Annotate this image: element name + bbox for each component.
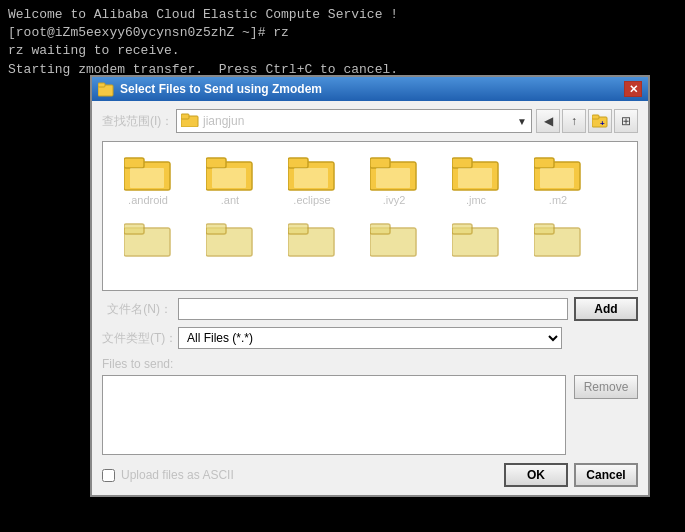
list-item[interactable] xyxy=(355,214,433,264)
svg-rect-24 xyxy=(540,168,574,188)
svg-rect-15 xyxy=(294,168,328,188)
folder-icon xyxy=(452,152,500,192)
list-item[interactable]: .m2 xyxy=(519,148,597,210)
file-browser[interactable]: .android .ant xyxy=(102,141,638,291)
upload-ascii-checkbox[interactable] xyxy=(102,469,115,482)
files-to-send-section: Files to send: Remove xyxy=(102,357,638,455)
nav-view-button[interactable]: ⊞ xyxy=(614,109,638,133)
svg-rect-26 xyxy=(124,224,144,234)
location-dropdown-arrow: ▼ xyxy=(517,116,527,127)
filetype-row: 文件类型(T)： All Files (*.*) xyxy=(102,327,638,349)
remove-button[interactable]: Remove xyxy=(574,375,638,399)
files-to-send-label: Files to send: xyxy=(102,357,638,371)
svg-rect-3 xyxy=(181,114,189,119)
svg-rect-21 xyxy=(458,168,492,188)
location-dropdown[interactable]: jiangjun ▼ xyxy=(176,109,532,133)
nav-up-button[interactable]: ↑ xyxy=(562,109,586,133)
ok-button[interactable]: OK xyxy=(504,463,568,487)
file-name: .eclipse xyxy=(293,194,330,206)
folder-icon xyxy=(452,218,500,258)
bottom-bar: Upload files as ASCII OK Cancel xyxy=(102,463,638,487)
bottom-buttons: OK Cancel xyxy=(504,463,638,487)
list-item[interactable] xyxy=(273,214,351,264)
svg-rect-17 xyxy=(370,158,390,168)
file-name: .ant xyxy=(221,194,239,206)
list-item[interactable]: .eclipse xyxy=(273,148,351,210)
folder-icon xyxy=(206,218,254,258)
svg-rect-9 xyxy=(130,168,164,188)
list-item[interactable] xyxy=(191,214,269,264)
filetype-label: 文件类型(T)： xyxy=(102,330,172,347)
svg-rect-23 xyxy=(534,158,554,168)
files-list-box[interactable] xyxy=(102,375,566,455)
list-item[interactable] xyxy=(109,214,187,264)
terminal-line-1: Welcome to Alibaba Cloud Elastic Compute… xyxy=(8,6,677,24)
file-name: .ivy2 xyxy=(383,194,406,206)
list-item[interactable]: .android xyxy=(109,148,187,210)
filetype-select[interactable]: All Files (*.*) xyxy=(178,327,562,349)
svg-rect-5 xyxy=(592,115,599,119)
filetype-select-wrapper: All Files (*.*) xyxy=(178,327,562,349)
svg-rect-28 xyxy=(206,224,226,234)
filename-label: 文件名(N)： xyxy=(102,301,172,318)
folder-icon xyxy=(534,152,582,192)
list-item[interactable] xyxy=(519,214,597,264)
upload-ascii-label[interactable]: Upload files as ASCII xyxy=(121,468,234,482)
svg-rect-18 xyxy=(376,168,410,188)
location-label: 查找范围(I)： xyxy=(102,113,172,130)
file-name: .m2 xyxy=(549,194,567,206)
folder-icon xyxy=(370,218,418,258)
folder-icon xyxy=(370,152,418,192)
svg-rect-14 xyxy=(288,158,308,168)
location-folder-icon xyxy=(181,113,199,130)
folder-icon xyxy=(124,152,172,192)
dialog-content: 查找范围(I)： jiangjun ▼ ◀ ↑ xyxy=(92,101,648,495)
folder-icon xyxy=(124,218,172,258)
close-button[interactable]: ✕ xyxy=(624,81,642,97)
nav-buttons: ◀ ↑ + ⊞ xyxy=(536,109,638,133)
files-side-buttons: Remove xyxy=(574,375,638,455)
filename-input[interactable] xyxy=(178,298,568,320)
list-item[interactable]: .jmc xyxy=(437,148,515,210)
list-item[interactable]: .ant xyxy=(191,148,269,210)
files-area-row: Remove xyxy=(102,375,638,455)
nav-back-button[interactable]: ◀ xyxy=(536,109,560,133)
svg-rect-1 xyxy=(98,83,105,87)
file-name: .android xyxy=(128,194,168,206)
title-bar-left: Select Files to Send using Zmodem xyxy=(98,81,322,97)
list-item[interactable]: .ivy2 xyxy=(355,148,433,210)
add-button[interactable]: Add xyxy=(574,297,638,321)
svg-rect-11 xyxy=(206,158,226,168)
svg-text:+: + xyxy=(600,119,605,128)
dialog-title-icon xyxy=(98,81,114,97)
dialog-title-text: Select Files to Send using Zmodem xyxy=(120,82,322,96)
folder-icon xyxy=(288,218,336,258)
terminal-line-4: rz waiting to receive. xyxy=(8,42,677,60)
folder-icon xyxy=(288,152,336,192)
filename-row: 文件名(N)： Add xyxy=(102,297,638,321)
location-bar: 查找范围(I)： jiangjun ▼ ◀ ↑ xyxy=(102,109,638,133)
dialog-title-bar: Select Files to Send using Zmodem ✕ xyxy=(92,77,648,101)
folder-icon xyxy=(206,152,254,192)
list-item[interactable] xyxy=(437,214,515,264)
folder-icon xyxy=(534,218,582,258)
cancel-button[interactable]: Cancel xyxy=(574,463,638,487)
terminal-line-3: [root@iZm5eexyy60ycynsn0z5zhZ ~]# rz xyxy=(8,24,677,42)
svg-rect-34 xyxy=(452,224,472,234)
location-value: jiangjun xyxy=(203,114,513,128)
zmodem-dialog: Select Files to Send using Zmodem ✕ 查找范围… xyxy=(90,75,650,497)
svg-rect-12 xyxy=(212,168,246,188)
svg-rect-8 xyxy=(124,158,144,168)
svg-rect-32 xyxy=(370,224,390,234)
svg-rect-36 xyxy=(534,224,554,234)
svg-rect-30 xyxy=(288,224,308,234)
nav-new-folder-button[interactable]: + xyxy=(588,109,612,133)
file-name: .jmc xyxy=(466,194,486,206)
svg-rect-20 xyxy=(452,158,472,168)
